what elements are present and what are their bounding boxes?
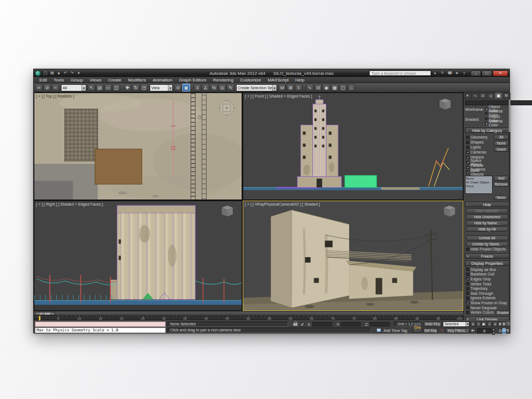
hide-unselected-button[interactable]: Hide Unselected: [466, 214, 508, 219]
zoom-icon[interactable]: ⊕: [498, 321, 502, 327]
communication-center-icon[interactable]: ☎: [447, 70, 453, 76]
angle-snap-icon[interactable]: ∠: [202, 84, 209, 91]
material-editor-icon[interactable]: ◉: [323, 84, 330, 91]
menu-modifiers[interactable]: Modifiers: [125, 78, 149, 83]
current-frame-field[interactable]: [477, 328, 492, 334]
silo-building-side[interactable]: [117, 206, 195, 299]
close-button[interactable]: ✕: [493, 70, 508, 76]
maximize-viewport-icon[interactable]: ❒: [506, 321, 510, 327]
viewcube[interactable]: [439, 99, 451, 110]
viewport-label-camera[interactable]: [ + ] [ VRayPhysicalCamera002 ] [ Shaded…: [245, 202, 320, 206]
menu-views[interactable]: Views: [86, 78, 105, 83]
go-to-start-icon[interactable]: «: [470, 321, 475, 327]
list-item[interactable]: Point: [466, 185, 492, 188]
select-and-rotate-icon[interactable]: ↻: [132, 84, 140, 91]
bind-to-space-warp-icon[interactable]: ≈: [52, 84, 59, 91]
property-ignore-extents[interactable]: Ignore Extents: [465, 296, 509, 301]
selection-lock-icon[interactable]: [293, 323, 298, 326]
annex-building[interactable]: [346, 260, 416, 299]
spinner-snap-icon[interactable]: ◎: [218, 84, 226, 91]
x-coord-field[interactable]: [312, 322, 332, 326]
play-icon[interactable]: ▶: [482, 321, 487, 327]
select-object-icon[interactable]: ↖: [88, 84, 95, 91]
viewcube[interactable]: [222, 206, 233, 217]
tab-utilities[interactable]: ⚒: [503, 93, 510, 99]
brown-roof-top[interactable]: [95, 149, 142, 184]
field-of-view-icon[interactable]: ◇: [498, 328, 502, 334]
viewport-top[interactable]: [ + ] [ Top ] [ Realistic ]: [34, 93, 242, 200]
window-crossing-icon[interactable]: ◫: [112, 84, 120, 91]
menu-animation[interactable]: Animation: [149, 78, 176, 83]
open-file-icon[interactable]: ▤: [49, 70, 55, 76]
hide-frozen-checkbox[interactable]: Hide Frozen Objects: [464, 247, 510, 252]
zoom-extents-all-icon[interactable]: ⊞: [502, 321, 506, 327]
redo-icon[interactable]: ↷: [69, 70, 75, 76]
time-slider[interactable]: 0 / 100: [34, 311, 463, 316]
category-shapes[interactable]: Shapes: [465, 140, 493, 145]
frame-spinner[interactable]: ▲▼: [492, 328, 495, 334]
list-item[interactable]: IK Chain Object: [466, 181, 492, 185]
next-frame-icon[interactable]: ›: [487, 321, 492, 327]
viewport-label-top[interactable]: [ + ] [ Top ] [ Realistic ]: [36, 94, 74, 98]
viewport-label-right[interactable]: [ + ] [ Right ] [ Shaded + Edged Faces ]: [36, 202, 103, 206]
layer-manager-icon[interactable]: ≡: [295, 84, 303, 91]
property-display-as-box[interactable]: Display as Box: [465, 267, 509, 272]
new-scene-icon[interactable]: ▢: [42, 70, 49, 76]
previous-frame-icon[interactable]: ‹: [476, 321, 481, 327]
percent-snap-icon[interactable]: %: [210, 84, 218, 91]
use-pivot-center-icon[interactable]: ⊙: [174, 84, 182, 91]
category-none-button[interactable]: None: [494, 195, 508, 200]
save-file-icon[interactable]: ▼: [55, 70, 62, 76]
select-and-manipulate-icon[interactable]: ▣: [182, 84, 190, 91]
unlink-selection-icon[interactable]: ⊘: [43, 84, 51, 91]
key-mode-toggle-icon[interactable]: [413, 322, 422, 333]
category-none-button[interactable]: None: [494, 141, 509, 146]
rollout-display-properties[interactable]: - Display Properties: [465, 260, 509, 266]
category-cameras[interactable]: Cameras: [465, 150, 493, 155]
time-slider-thumb[interactable]: 0 / 100: [35, 312, 55, 315]
snap-toggle-icon[interactable]: 3: [193, 84, 201, 91]
radio-shaded-material-color[interactable]: Material Color: [485, 121, 509, 125]
subscription-center-icon[interactable]: ✎: [439, 70, 446, 76]
command-panel-scrollbar[interactable]: [509, 100, 510, 320]
undo-icon[interactable]: ↶: [62, 70, 69, 76]
category-invert-button[interactable]: Invert: [494, 147, 509, 152]
menu-group[interactable]: Group: [67, 78, 86, 83]
schematic-view-icon[interactable]: ⊟: [314, 84, 322, 91]
reference-coordinate-dropdown[interactable]: View▾: [150, 84, 173, 91]
tab-hierarchy[interactable]: ⊟: [479, 93, 487, 99]
viewport-front[interactable]: [ + ] [ Front ] [ Shaded + Edged Faces ]: [243, 93, 463, 200]
tab-create[interactable]: ✶: [464, 93, 472, 99]
rollout-freeze[interactable]: + Freeze: [465, 253, 509, 259]
key-filters-button[interactable]: Key Filters...: [446, 328, 470, 334]
search-input[interactable]: [369, 70, 431, 76]
menu-maxscript[interactable]: MAXScript: [264, 78, 292, 83]
y-coord-field[interactable]: [341, 322, 361, 326]
go-to-end-icon[interactable]: »: [493, 321, 498, 327]
property-trajectory[interactable]: Trajectory: [465, 286, 509, 291]
align-icon[interactable]: ⊞: [287, 84, 294, 91]
unhide-all-button[interactable]: Unhide All: [466, 236, 508, 241]
z-coord-field[interactable]: [370, 322, 390, 326]
property-never-degrade[interactable]: Never Degrade: [465, 305, 509, 310]
track-bar[interactable]: 5101520253035404550556065707580859095100: [34, 316, 463, 320]
select-and-scale-icon[interactable]: ◳: [140, 84, 148, 91]
key-mode-dropdown[interactable]: Selected: [443, 321, 469, 327]
maximize-button[interactable]: □: [482, 70, 492, 76]
property-see-through[interactable]: See-Through: [465, 291, 509, 296]
3dsmax-logo-icon[interactable]: [35, 70, 41, 76]
menu-customize[interactable]: Customize: [237, 78, 264, 83]
property-backface-cull[interactable]: Backface Cull: [465, 272, 509, 277]
go-to-start-icon[interactable]: ⇤: [470, 328, 475, 334]
select-and-link-icon[interactable]: ∞: [35, 84, 43, 91]
category-geometry[interactable]: Geometry: [465, 135, 493, 140]
menu-graph-editors[interactable]: Graph Editors: [176, 78, 209, 83]
ground-plane[interactable]: [34, 300, 242, 305]
menu-rendering[interactable]: Rendering: [209, 78, 237, 83]
minimize-button[interactable]: –: [470, 70, 481, 76]
ground-plane[interactable]: [243, 187, 463, 190]
viewcube[interactable]: [444, 206, 455, 217]
absolute-mode-transform-icon[interactable]: [300, 323, 304, 326]
menu-tools[interactable]: Tools: [50, 78, 68, 83]
silo-building-perspective[interactable]: [271, 210, 349, 308]
